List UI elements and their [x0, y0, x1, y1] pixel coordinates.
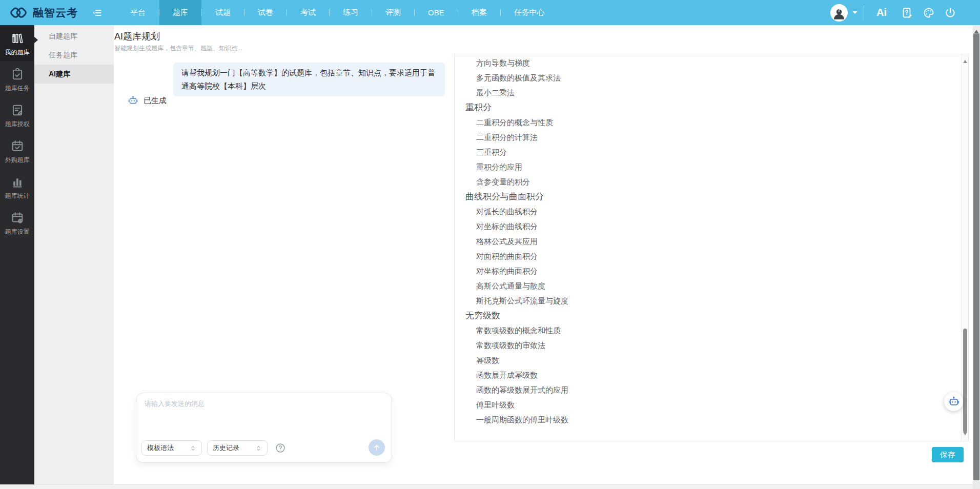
panel-scrollbar[interactable] [961, 54, 968, 441]
message-composer: 模板语法 历史记录 [136, 393, 392, 463]
main-content: AI题库规划 智能规划生成题库，包含章节、题型、知识点... 请帮我规划一门【高… [114, 25, 973, 484]
nav-item-papers[interactable]: 试卷 [244, 0, 287, 25]
theme-palette-icon[interactable] [923, 7, 935, 19]
avatar-dropdown-caret-icon[interactable] [852, 11, 858, 16]
nav-item-practice[interactable]: 练习 [330, 0, 372, 25]
template-syntax-select[interactable]: 模板语法 [141, 440, 202, 456]
outline-topic[interactable]: 含参变量的积分 [455, 174, 961, 189]
outline-topic[interactable]: 常数项级数的审敛法 [455, 338, 961, 353]
nav-divider [864, 5, 864, 21]
outline-topic[interactable]: 幂级数 [455, 353, 961, 368]
calendar-check-icon [11, 139, 24, 153]
outline-topic[interactable]: 傅里叶级数 [455, 397, 961, 412]
outline-topic[interactable]: 三重积分 [455, 145, 961, 159]
scroll-up-arrow-icon[interactable] [963, 58, 967, 63]
outline-topic[interactable]: 方向导数与梯度 [455, 55, 961, 70]
sidebar-item-label: 题库授权 [5, 120, 30, 129]
outline-topic[interactable]: 多元函数的极值及其求法 [455, 70, 961, 85]
outline-topic[interactable]: 最小二乘法 [455, 85, 961, 100]
outline-topic[interactable]: 函数展开成幂级数 [455, 368, 961, 382]
updown-caret-icon [190, 445, 196, 452]
primary-sidebar: 我的题库题库任务题库授权外购题库题库统计题库设置 [0, 25, 34, 484]
avatar-placeholder-glyph: ? [830, 7, 848, 13]
submenu-item-ai-bank-builder[interactable]: AI建库 [34, 65, 114, 84]
sidebar-item-bank-settings[interactable]: 题库设置 [0, 205, 34, 240]
updown-caret-icon [255, 445, 262, 452]
outline-chapter[interactable]: 曲线积分与曲面积分 [455, 189, 961, 204]
outline-panel: 方向导数与梯度多元函数的极值及其求法最小二乘法重积分二重积分的概念与性质二重积分… [454, 54, 969, 441]
scroll-down-arrow-icon[interactable] [963, 432, 967, 437]
sidebar-item-my-banks[interactable]: 我的题库 [0, 25, 34, 61]
nav-item-task-center[interactable]: 任务中心 [501, 0, 558, 25]
nav-item-archives[interactable]: 档案 [458, 0, 500, 25]
outline-list: 方向导数与梯度多元函数的极值及其求法最小二乘法重积分二重积分的概念与性质二重积分… [455, 55, 961, 441]
outline-topic[interactable]: 对坐标的曲面积分 [455, 263, 961, 278]
message-input[interactable] [145, 399, 383, 433]
page-subtitle: 智能规划生成题库，包含章节、题型、知识点... [114, 44, 242, 53]
sidebar-item-label: 外购题库 [5, 156, 30, 165]
scroll-up-arrow-icon[interactable] [974, 28, 978, 33]
outline-chapter[interactable]: 无穷级数 [455, 308, 961, 323]
template-syntax-select-value: 模板语法 [147, 443, 174, 453]
bot-status-row: 已生成 [128, 95, 167, 106]
nav-item-exams[interactable]: 考试 [287, 0, 329, 25]
nav-item-question-bank[interactable]: 题库 [159, 0, 201, 25]
outline-chapter[interactable]: 重积分 [455, 100, 961, 115]
outline-topic[interactable]: 斯托克斯公式环流量与旋度 [455, 293, 961, 308]
outline-topic[interactable]: 格林公式及其应用 [455, 234, 961, 249]
help-icon[interactable] [275, 442, 286, 454]
outline-topic[interactable]: 二重积分的概念与性质 [455, 115, 961, 130]
sidebar-item-bank-statistics[interactable]: 题库统计 [0, 169, 34, 205]
composer-toolbar: 模板语法 历史记录 [141, 440, 286, 456]
nav-right-tools: ? Ai [830, 0, 956, 25]
sidebar-item-purchased-banks[interactable]: 外购题库 [0, 133, 34, 169]
outline-topic[interactable]: 对面积的曲面积分 [455, 249, 961, 263]
sidebar-item-label: 题库任务 [5, 84, 30, 93]
outline-topic[interactable]: 对弧长的曲线积分 [455, 204, 961, 219]
outline-topic[interactable]: 重积分的应用 [455, 159, 961, 174]
top-navbar: 融智云考 平台题库试题试卷考试练习评测OBE档案任务中心 ? Ai [0, 0, 980, 25]
submenu-item-task-banks[interactable]: 任务题库 [34, 46, 114, 65]
ai-robot-floating-button[interactable] [944, 392, 963, 411]
page-title: AI题库规划 [114, 30, 160, 43]
ai-assistant-button[interactable]: Ai [871, 7, 892, 18]
main-nav: 平台题库试题试卷考试练习评测OBE档案任务中心 [117, 0, 558, 25]
clipboard-check-icon [11, 68, 24, 81]
sidebar-item-label: 题库设置 [5, 228, 30, 236]
secondary-sidebar: 自建题库任务题库AI建库 [34, 25, 114, 484]
save-button[interactable]: 保存 [932, 447, 964, 462]
outline-topic[interactable]: 对坐标的曲线积分 [455, 219, 961, 234]
outline-topic[interactable]: 函数的幂级数展开式的应用 [455, 382, 961, 397]
nav-item-evaluation[interactable]: 评测 [372, 0, 414, 25]
license-doc-icon [11, 104, 24, 117]
sidebar-item-label: 题库统计 [5, 192, 30, 200]
history-select[interactable]: 历史记录 [207, 440, 268, 456]
nav-item-platform[interactable]: 平台 [117, 0, 159, 25]
send-button[interactable] [369, 439, 385, 456]
window-horizontal-scrollbar[interactable] [0, 484, 973, 489]
window-vertical-scrollbar[interactable] [973, 25, 980, 484]
nav-item-obe[interactable]: OBE [415, 0, 458, 25]
nav-item-questions[interactable]: 试题 [202, 0, 244, 25]
calendar-gear-icon [11, 211, 24, 225]
history-select-value: 历史记录 [213, 443, 239, 453]
exam-notes-icon[interactable] [901, 7, 913, 19]
user-avatar[interactable]: ? [830, 4, 848, 22]
outline-topic[interactable]: 常数项级数的概念和性质 [455, 323, 961, 338]
window-scrollbar-thumb[interactable] [973, 33, 979, 480]
menu-collapse-icon[interactable] [91, 7, 103, 18]
sidebar-item-label: 我的题库 [5, 48, 30, 57]
sidebar-item-bank-authorization[interactable]: 题库授权 [0, 97, 34, 133]
outline-topic[interactable]: 二重积分的计算法 [455, 130, 961, 145]
app-title: 融智云考 [33, 6, 78, 20]
panel-scrollbar-thumb[interactable] [963, 329, 967, 433]
sidebar-item-bank-tasks[interactable]: 题库任务 [0, 61, 34, 97]
submenu-item-self-built-banks[interactable]: 自建题库 [34, 27, 114, 46]
bot-status-text: 已生成 [144, 96, 167, 106]
logout-power-icon[interactable] [944, 7, 956, 19]
bar-chart-icon [11, 175, 24, 189]
outline-topic[interactable]: 高斯公式通量与散度 [455, 278, 961, 293]
robot-icon [128, 95, 138, 106]
user-message-bubble: 请帮我规划一门【高等数学】的试题库，包括章节、知识点，要求适用于普通高等院校【本… [173, 63, 445, 96]
outline-topic[interactable]: 一般周期函数的傅里叶级数 [455, 412, 961, 427]
